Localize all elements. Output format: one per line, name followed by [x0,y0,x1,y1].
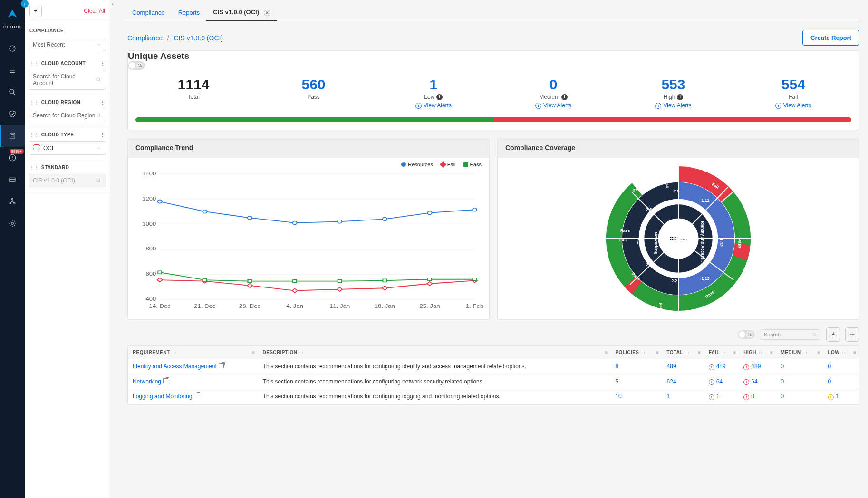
cell-low[interactable]: 0 [828,363,831,370]
cell-high[interactable]: 64 [751,378,757,385]
external-link-icon[interactable] [219,363,224,368]
add-filter-button[interactable]: + [29,5,42,17]
bar-pass-segment [135,117,493,122]
svg-text:21. Dec: 21. Dec [194,304,215,309]
external-link-icon[interactable] [194,393,199,398]
download-button[interactable] [826,327,840,342]
nav-topology[interactable] [0,191,25,212]
metric-total-value: 1114 [135,77,251,93]
nav-dashboard[interactable] [0,38,25,59]
cell-fail[interactable]: 1 [716,393,720,400]
filter-title-cloud-region: CLOUD REGION [41,100,81,105]
col-fail[interactable]: FAIL↓↑≡ [704,346,739,359]
chevron-down-icon [96,145,102,151]
external-link-icon[interactable] [163,378,168,383]
view-alerts-medium[interactable]: iView Alerts [535,102,571,109]
cell-medium[interactable]: 0 [781,378,784,385]
unique-assets-card: Unique Assets % 1114 Total 560 Pass 1 Lo… [127,50,859,130]
svg-text:Fail: Fail [619,238,627,242]
col-menu-icon[interactable]: ≡ [733,350,736,355]
cell-total[interactable]: 624 [667,378,676,385]
cloud-account-search[interactable]: Search for Cloud Account [29,70,106,90]
col-total[interactable]: TOTAL↓↑≡ [662,346,704,359]
svg-rect-52 [338,280,342,283]
info-icon[interactable]: i [677,94,683,100]
info-icon[interactable]: i [436,94,443,100]
col-requirement[interactable]: REQUIREMENT↓↑≡ [128,346,258,359]
requirement-link[interactable]: Networking [133,378,161,385]
col-menu-icon[interactable]: ≡ [698,350,701,355]
info-icon[interactable]: i [561,94,568,100]
percent-toggle[interactable]: % [128,61,145,70]
columns-button[interactable] [845,327,859,342]
nav-shield[interactable] [0,103,25,125]
tab-compliance[interactable]: Compliance [125,5,172,21]
cell-high[interactable]: 0 [751,393,754,400]
close-tab-icon[interactable]: ✕ [264,10,270,16]
standard-select[interactable]: CIS v1.0.0 (OCI) [29,174,106,187]
tab-cis[interactable]: CIS v1.0.0 (OCI) ✕ [206,5,277,21]
filter-menu-cloud-account[interactable]: ⋮ [100,61,105,66]
cell-high[interactable]: 489 [751,363,761,370]
col-menu-icon[interactable]: ≡ [817,350,820,355]
col-description[interactable]: DESCRIPTION↓↑≡ [258,346,611,359]
svg-text:25. Jan: 25. Jan [419,304,440,309]
collapse-sidebar-button[interactable] [110,0,115,498]
nav-settings[interactable] [0,212,25,234]
view-alerts-high[interactable]: iView Alerts [655,102,691,109]
svg-text:2.5: 2.5 [674,189,679,193]
nav-list[interactable] [0,59,25,81]
cloud-region-placeholder: Search for Cloud Region [33,112,95,119]
cell-policies[interactable]: 10 [615,393,621,400]
svg-rect-46 [427,282,432,286]
col-menu-icon[interactable]: ≡ [770,350,773,355]
svg-text:1.11: 1.11 [701,198,709,203]
cell-fail[interactable]: 489 [716,363,726,370]
crumb-root[interactable]: Compliance [127,34,163,42]
sort-select[interactable]: Most Recent [29,38,106,51]
cell-policies[interactable]: 8 [615,363,618,370]
cell-medium[interactable]: 0 [781,363,784,370]
col-menu-icon[interactable]: ≡ [605,350,608,355]
view-alerts-fail[interactable]: iView Alerts [775,102,811,109]
table-percent-toggle[interactable]: % [738,330,755,339]
cell-total[interactable]: 1 [667,393,670,400]
table-search[interactable]: Search [760,329,821,340]
svg-point-33 [203,210,207,213]
col-menu-icon[interactable]: ≡ [656,350,659,355]
col-high[interactable]: HIGH↓↑≡ [739,346,776,359]
col-menu-icon[interactable]: ≡ [853,350,856,355]
requirement-link[interactable]: Identity and Access Management [133,363,217,370]
svg-rect-55 [473,278,477,281]
filter-menu-cloud-region[interactable]: ⋮ [100,100,105,105]
cloud-region-search[interactable]: Search for Cloud Region [29,109,106,122]
nav-search[interactable] [0,81,25,103]
col-menu-icon[interactable]: ≡ [252,350,255,355]
crumb-leaf[interactable]: CIS v1.0.0 (OCI) [174,34,223,42]
clear-all-link[interactable]: Clear All [84,8,105,14]
tab-reports[interactable]: Reports [172,5,207,21]
search-icon [96,113,102,118]
cell-total[interactable]: 489 [667,363,676,370]
col-policies[interactable]: POLICIES↓↑≡ [610,346,662,359]
rail-expand-toggle[interactable]: › [21,0,29,8]
requirement-link[interactable]: Logging and Monitoring [133,393,192,400]
cell-low[interactable]: 1 [836,393,839,400]
nav-compliance[interactable] [0,125,25,147]
fail-icon: ! [709,364,714,370]
cell-fail[interactable]: 64 [716,378,723,385]
cell-medium[interactable]: 0 [781,393,784,400]
cloud-type-select[interactable]: OCI [29,141,106,155]
cell-low[interactable]: 0 [828,378,831,385]
nav-inventory[interactable] [0,169,25,191]
filter-menu-cloud-type[interactable]: ⋮ [100,132,105,137]
create-report-button[interactable]: Create Report [802,30,859,46]
metric-high-label: High [664,94,675,100]
nav-alerts[interactable]: 9999+ [0,147,25,169]
view-alerts-low[interactable]: iView Alerts [415,102,452,109]
cell-policies[interactable]: 5 [615,378,618,385]
cell-desc: This section contains recommendations fo… [258,359,611,374]
col-medium[interactable]: MEDIUM↓↑≡ [776,346,823,359]
col-low[interactable]: LOW↓↑≡ [823,346,859,359]
svg-rect-51 [293,280,297,283]
